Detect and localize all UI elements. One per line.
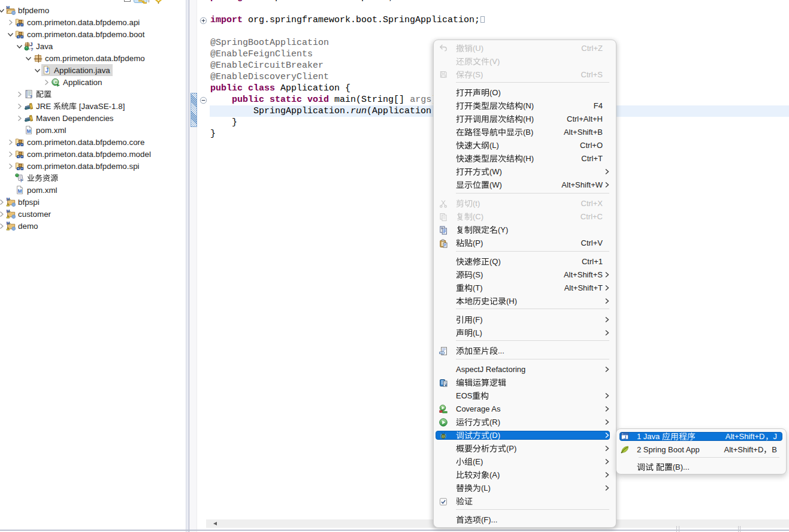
svg-text:C: C <box>53 78 58 85</box>
svg-text:M: M <box>6 197 10 201</box>
svg-text:M: M <box>6 221 10 225</box>
svg-text:M: M <box>6 209 10 213</box>
svg-text:M: M <box>6 5 10 10</box>
svg-text:M: M <box>18 188 22 194</box>
svg-text:J: J <box>45 67 49 74</box>
svg-text:M: M <box>27 128 31 134</box>
svg-text:?: ? <box>29 94 32 99</box>
svg-text:?: ? <box>31 47 34 51</box>
svg-text:?: ? <box>20 178 23 183</box>
